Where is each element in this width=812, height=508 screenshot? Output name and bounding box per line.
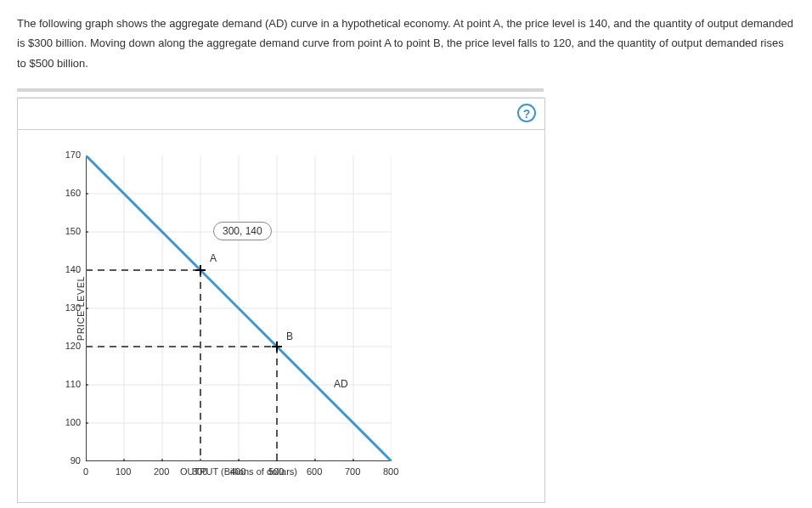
xtick: 100 (116, 466, 131, 477)
chart-toolbar: ? (18, 99, 544, 130)
xtick: 400 (230, 466, 245, 477)
ytick: 90 (70, 455, 81, 466)
chart-svg (86, 155, 392, 461)
ytick: 140 (65, 264, 81, 274)
point-b-label: B (286, 330, 293, 342)
ytick: 130 (65, 302, 81, 313)
plot-area[interactable]: PRICE LEVEL (86, 155, 392, 461)
xtick: 200 (154, 466, 169, 477)
ytick: 150 (65, 226, 81, 236)
ytick: 110 (65, 379, 81, 389)
series-ad-label: AD (334, 378, 348, 390)
ytick: 160 (65, 188, 81, 198)
ytick: 170 (65, 150, 81, 160)
xtick: 500 (268, 466, 284, 477)
xtick: 600 (307, 466, 322, 477)
point-a-label: A (210, 252, 217, 264)
question-text: The following graph shows the aggregate … (17, 14, 795, 73)
ytick: 100 (65, 417, 81, 427)
xtick: 0 (83, 466, 88, 477)
chart-body: PRICE LEVEL (18, 130, 544, 502)
help-button[interactable]: ? (517, 104, 536, 122)
point-tooltip: 300, 140 (213, 222, 272, 240)
xtick: 800 (383, 466, 398, 477)
xtick: 700 (345, 466, 360, 477)
section-divider (17, 88, 544, 98)
xtick: 300 (192, 466, 207, 477)
ytick: 120 (65, 341, 81, 351)
chart-panel: ? PRICE LEVEL (17, 98, 545, 503)
